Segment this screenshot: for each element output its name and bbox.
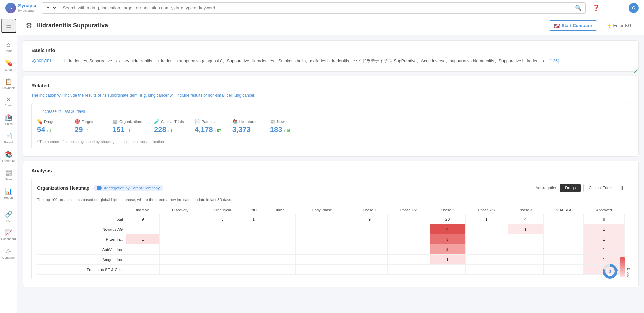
cell-amgen-clinical[interactable] xyxy=(264,255,295,265)
stat-targets-value[interactable]: 29 ↑ 1 xyxy=(75,125,102,134)
cell-novartis-phase1[interactable] xyxy=(352,224,388,234)
synonyms-more-link[interactable]: [+26] xyxy=(549,59,559,63)
cell-abbvie-phase1[interactable] xyxy=(352,244,388,255)
cell-amgen-ind[interactable] xyxy=(244,255,264,265)
sidebar-item-drug[interactable]: 💊 Drug xyxy=(1,57,16,74)
cell-total-clinical[interactable] xyxy=(264,214,295,224)
cell-amgen-phase1[interactable] xyxy=(352,255,388,265)
cell-abbvie-preclinical[interactable] xyxy=(201,244,244,255)
sidebar-item-home[interactable]: ⌂ Home xyxy=(1,39,16,55)
sidebar-item-kg[interactable]: 🔗 KG xyxy=(1,208,16,225)
cell-total-phase3[interactable]: 4 xyxy=(508,214,543,224)
avatar[interactable]: C xyxy=(629,3,639,13)
sidebar-item-literature[interactable]: 📚 Literature xyxy=(1,148,16,165)
logo[interactable]: S Synapse by patsnap xyxy=(5,3,38,13)
cell-fresenius-phase2[interactable] xyxy=(430,265,465,275)
cell-pfizer-ndabla[interactable] xyxy=(543,234,584,244)
apps-button[interactable]: ⋮⋮⋮ xyxy=(605,4,623,12)
cell-abbvie-ndabla[interactable] xyxy=(543,244,584,255)
tab-clinical-trials-button[interactable]: Clinical Trials xyxy=(583,184,617,192)
cell-total-ndabla[interactable] xyxy=(543,214,584,224)
cell-total-early1[interactable] xyxy=(295,214,352,224)
sidebar-item-clinical[interactable]: 🏥 Clinical xyxy=(1,111,16,128)
enter-kg-button[interactable]: ✨ Enter KG xyxy=(601,21,636,30)
cell-pfizer-phase23[interactable] xyxy=(465,234,508,244)
stat-clinical-value[interactable]: 228 ↑ 1 xyxy=(154,125,184,134)
cell-fresenius-preclinical[interactable] xyxy=(201,265,244,275)
cell-abbvie-discovery[interactable] xyxy=(160,244,201,255)
stat-orgs-value[interactable]: 151 ↑ 1 xyxy=(112,125,143,134)
cell-total-inactive[interactable]: 9 xyxy=(126,214,160,224)
cell-fresenius-phase3[interactable] xyxy=(508,265,543,275)
cell-pfizer-phase12[interactable] xyxy=(388,234,430,244)
cell-pfizer-inactive[interactable]: 1 xyxy=(126,234,160,244)
stat-patents-value[interactable]: 4,178 ↑ 57 xyxy=(195,125,222,134)
cell-pfizer-phase1[interactable] xyxy=(352,234,388,244)
cell-fresenius-clinical[interactable] xyxy=(264,265,295,275)
cell-fresenius-phase12[interactable] xyxy=(388,265,430,275)
search-button[interactable]: 🔍 xyxy=(575,5,582,11)
cell-amgen-ndabla[interactable] xyxy=(543,255,584,265)
cell-novartis-discovery[interactable] xyxy=(160,224,201,234)
sidebar-item-news[interactable]: 📰 News xyxy=(1,167,16,184)
cell-total-phase2[interactable]: 20 xyxy=(430,214,465,224)
cell-novartis-approved[interactable]: 1 xyxy=(584,224,625,234)
cell-abbvie-phase3[interactable] xyxy=(508,244,543,255)
sidebar-item-dashboard[interactable]: 📈 Dashboard xyxy=(1,226,16,243)
cell-pfizer-approved[interactable]: 1 xyxy=(584,234,625,244)
sidebar-item-patent[interactable]: 📄 Patent xyxy=(1,130,16,147)
cell-amgen-preclinical[interactable] xyxy=(201,255,244,265)
stat-news-value[interactable]: 183 ↑ 16 xyxy=(270,125,297,134)
cell-pfizer-phase2[interactable]: 3 xyxy=(430,234,465,244)
cell-novartis-phase2[interactable]: 4 xyxy=(430,224,465,234)
cell-amgen-phase3[interactable] xyxy=(508,255,543,265)
help-button[interactable]: ❓ xyxy=(592,4,600,12)
tab-drugs-button[interactable]: Drugs xyxy=(560,184,581,192)
cell-fresenius-ndabla[interactable] xyxy=(543,265,584,275)
sidebar-item-comp[interactable]: ✕ Comp xyxy=(1,94,16,110)
cell-novartis-phase23[interactable] xyxy=(465,224,508,234)
sidebar-item-playbook[interactable]: 📋 Playbook xyxy=(1,75,16,92)
cell-abbvie-approved[interactable]: 1 xyxy=(584,244,625,255)
cell-total-approved[interactable]: 9 xyxy=(584,214,625,224)
cell-fresenius-inactive[interactable] xyxy=(126,265,160,275)
cell-abbvie-phase12[interactable] xyxy=(388,244,430,255)
stat-drugs-value[interactable]: 54 ↑ 1 xyxy=(37,125,64,134)
cell-abbvie-early1[interactable] xyxy=(295,244,352,255)
cell-abbvie-ind[interactable] xyxy=(244,244,264,255)
cell-amgen-inactive[interactable] xyxy=(126,255,160,265)
cell-fresenius-discovery[interactable] xyxy=(160,265,201,275)
cell-pfizer-clinical[interactable] xyxy=(264,234,295,244)
cell-abbvie-clinical[interactable] xyxy=(264,244,295,255)
cell-total-phase23[interactable]: 1 xyxy=(465,214,508,224)
cell-amgen-phase2[interactable]: 1 xyxy=(430,255,465,265)
cell-novartis-ind[interactable] xyxy=(244,224,264,234)
cell-novartis-early1[interactable] xyxy=(295,224,352,234)
aggregation-toggle[interactable]: Aggregation by Parent Company xyxy=(93,185,163,191)
cell-pfizer-early1[interactable] xyxy=(295,234,352,244)
cell-novartis-phase3[interactable]: 1 xyxy=(508,224,543,234)
cell-total-discovery[interactable] xyxy=(160,214,201,224)
start-compare-button[interactable]: 🇺🇸 Start Compare xyxy=(549,20,597,31)
cell-fresenius-phase23[interactable] xyxy=(465,265,508,275)
cell-abbvie-inactive[interactable] xyxy=(126,244,160,255)
cell-novartis-inactive[interactable] xyxy=(126,224,160,234)
sidebar-hamburger[interactable]: ☰ xyxy=(1,19,16,33)
cell-total-phase12[interactable] xyxy=(388,214,430,224)
stat-lit-value[interactable]: 3,373 xyxy=(232,125,259,134)
cell-total-phase1[interactable]: 9 xyxy=(352,214,388,224)
cell-amgen-phase23[interactable] xyxy=(465,255,508,265)
cell-fresenius-phase1[interactable] xyxy=(352,265,388,275)
cell-abbvie-phase2[interactable]: 2 xyxy=(430,244,465,255)
cell-pfizer-phase3[interactable] xyxy=(508,234,543,244)
search-filter-select[interactable]: All xyxy=(45,5,57,11)
search-input[interactable] xyxy=(63,5,572,10)
cell-fresenius-ind[interactable] xyxy=(244,265,264,275)
cell-abbvie-phase23[interactable] xyxy=(465,244,508,255)
cell-total-ind[interactable]: 1 xyxy=(244,214,264,224)
cell-pfizer-ind[interactable] xyxy=(244,234,264,244)
sidebar-item-compare[interactable]: ⚖ Compare xyxy=(1,245,16,262)
cell-amgen-phase12[interactable] xyxy=(388,255,430,265)
cell-pfizer-preclinical[interactable] xyxy=(201,234,244,244)
cell-novartis-ndabla[interactable] xyxy=(543,224,584,234)
